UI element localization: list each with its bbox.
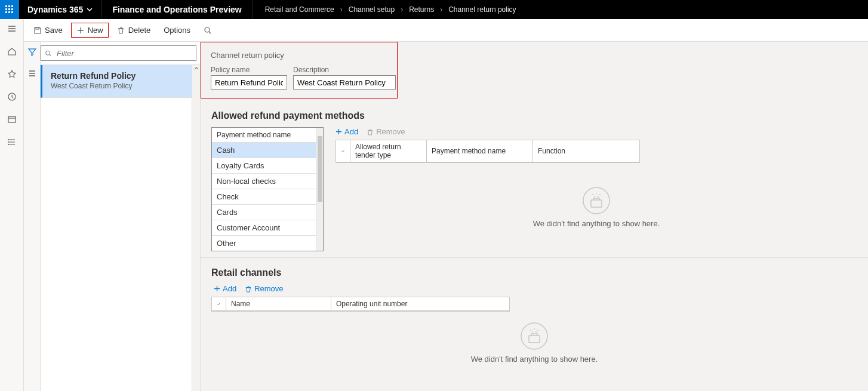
svg-rect-1 [8, 5, 10, 7]
workspaces-icon[interactable] [6, 113, 18, 125]
retail-empty-state: We didn't find anything to show here. [301, 322, 767, 364]
scrollbar[interactable] [192, 65, 200, 391]
svg-point-19 [592, 194, 593, 195]
plus-icon [76, 26, 85, 35]
brand-switcher[interactable]: Dynamics 365 [19, 0, 101, 19]
description-input[interactable] [293, 75, 396, 90]
lookup-item[interactable]: Check [212, 189, 316, 204]
brand-label: Dynamics 365 [27, 5, 83, 14]
delete-button[interactable]: Delete [112, 23, 156, 37]
search-icon [204, 26, 212, 35]
svg-point-12 [8, 141, 9, 143]
list-item-subtitle: West Coast Return Policy [51, 82, 183, 90]
grid-select-all[interactable] [336, 140, 350, 162]
form-header-block: Channel return policy Policy name Descri… [201, 42, 398, 98]
svg-rect-6 [5, 11, 7, 13]
lookup-header: Payment method name [212, 128, 316, 142]
options-button[interactable]: Options [159, 23, 195, 37]
plus-icon [335, 128, 342, 135]
svg-rect-7 [8, 11, 10, 13]
filter-icon[interactable] [24, 44, 40, 60]
record-list-pane: Return Refund Policy West Coast Return P… [41, 42, 201, 391]
svg-rect-2 [11, 5, 13, 7]
app-launcher[interactable] [0, 0, 19, 19]
lookup-item[interactable]: Cards [212, 204, 316, 220]
svg-point-28 [537, 330, 538, 331]
breadcrumb-item[interactable]: Channel return policy [448, 5, 516, 14]
breadcrumb-item[interactable]: Retail and Commerce [265, 5, 334, 14]
home-icon[interactable] [6, 45, 18, 57]
svg-rect-14 [36, 27, 39, 29]
form-detail: Channel return policy Policy name Descri… [201, 42, 868, 391]
empty-text: We didn't find anything to show here. [471, 355, 598, 364]
waffle-icon [5, 5, 14, 14]
add-label: Add [223, 284, 236, 293]
chevron-down-icon [87, 7, 93, 13]
add-button[interactable]: Add [335, 127, 358, 136]
new-button[interactable]: New [71, 23, 109, 38]
options-label: Options [164, 26, 190, 35]
allowed-toolbar: Add Remove [335, 127, 857, 136]
scrollbar[interactable] [316, 128, 323, 251]
list-item-title: Return Refund Policy [51, 71, 183, 81]
allowed-empty-state: We didn't find anything to show here. [429, 187, 764, 228]
svg-point-16 [46, 51, 50, 55]
grid-col[interactable]: Allowed return tender type [350, 140, 427, 162]
svg-point-30 [535, 331, 537, 332]
lookup-item[interactable]: Non-local checks [212, 173, 316, 189]
grid-col[interactable]: Function [533, 140, 639, 162]
svg-point-26 [530, 330, 531, 331]
list-side-toolbar [24, 42, 41, 391]
breadcrumb-item[interactable]: Channel setup [349, 5, 395, 14]
recent-icon[interactable] [6, 91, 18, 103]
breadcrumb-item[interactable]: Returns [409, 5, 434, 14]
hamburger-icon[interactable] [6, 23, 18, 35]
svg-point-21 [599, 194, 601, 195]
list-item[interactable]: Return Refund Policy West Coast Return P… [41, 65, 192, 98]
retail-grid: Name Operating unit number [211, 297, 510, 312]
svg-point-24 [521, 323, 547, 349]
list-collapse-icon[interactable] [24, 66, 40, 81]
find-button[interactable] [199, 24, 217, 37]
chevron-right-icon: › [340, 5, 343, 14]
policy-name-input[interactable] [211, 75, 287, 90]
retail-toolbar: Add Remove [214, 284, 857, 293]
grid-col[interactable]: Name [226, 297, 331, 310]
search-icon [45, 50, 52, 57]
svg-rect-18 [591, 200, 602, 207]
chevron-up-icon [193, 65, 199, 71]
svg-rect-25 [529, 335, 540, 343]
svg-rect-4 [8, 8, 10, 10]
remove-button[interactable]: Remove [367, 127, 405, 136]
retail-channels-section: Retail channels Add Remove [201, 257, 868, 364]
svg-rect-5 [11, 8, 13, 10]
svg-point-17 [583, 187, 610, 214]
remove-button[interactable]: Remove [245, 284, 283, 293]
allowed-grid: Allowed return tender type Payment metho… [335, 140, 640, 163]
grid-select-all[interactable] [212, 297, 226, 310]
chevron-right-icon: › [440, 5, 442, 14]
payment-method-lookup[interactable]: Payment method name Cash Loyalty Cards N… [211, 127, 324, 251]
star-icon[interactable] [6, 68, 18, 80]
remove-label: Remove [376, 127, 405, 136]
lookup-item[interactable]: Customer Account [212, 220, 316, 235]
lookup-item[interactable]: Cash [212, 142, 316, 158]
app-header: Dynamics 365 Finance and Operations Prev… [0, 0, 868, 19]
new-label: New [88, 26, 103, 35]
allowed-refund-section: Allowed refund payment methods Payment m… [201, 98, 868, 251]
list-filter[interactable] [41, 45, 196, 61]
grid-col[interactable]: Operating unit number [331, 297, 509, 310]
add-button[interactable]: Add [214, 284, 236, 293]
svg-point-11 [8, 139, 9, 140]
save-button[interactable]: Save [29, 23, 67, 37]
lookup-item[interactable]: Loyalty Cards [212, 158, 316, 173]
lookup-item[interactable]: Other [212, 235, 316, 251]
remove-label: Remove [254, 284, 283, 293]
grid-col[interactable]: Payment method name [427, 140, 533, 162]
filter-input[interactable] [56, 48, 192, 59]
delete-label: Delete [128, 26, 151, 35]
modules-icon[interactable] [6, 136, 18, 148]
empty-icon [583, 187, 610, 214]
check-icon [341, 147, 345, 155]
empty-text: We didn't find anything to show here. [533, 219, 660, 228]
